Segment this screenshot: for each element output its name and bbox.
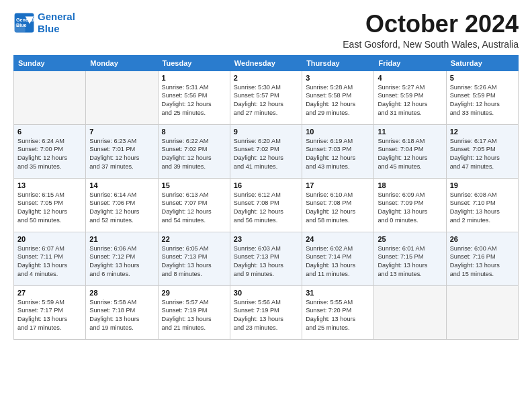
day-detail: Sunrise: 5:26 AM Sunset: 5:59 PM Dayligh… <box>450 83 515 118</box>
col-header-monday: Monday <box>86 55 158 71</box>
day-detail: Sunrise: 5:55 AM Sunset: 7:20 PM Dayligh… <box>306 298 370 333</box>
day-number: 11 <box>378 128 442 136</box>
calendar-cell: 3Sunrise: 5:28 AM Sunset: 5:58 PM Daylig… <box>302 71 374 124</box>
day-detail: Sunrise: 5:56 AM Sunset: 7:19 PM Dayligh… <box>234 298 298 333</box>
day-number: 4 <box>378 74 442 82</box>
calendar-cell: 18Sunrise: 6:09 AM Sunset: 7:09 PM Dayli… <box>374 178 446 232</box>
day-number: 6 <box>17 128 82 136</box>
day-detail: Sunrise: 6:19 AM Sunset: 7:03 PM Dayligh… <box>306 137 370 172</box>
col-header-tuesday: Tuesday <box>158 55 230 71</box>
calendar-cell: 22Sunrise: 6:05 AM Sunset: 7:13 PM Dayli… <box>158 232 230 285</box>
day-detail: Sunrise: 6:07 AM Sunset: 7:11 PM Dayligh… <box>17 244 82 279</box>
day-number: 29 <box>162 289 226 297</box>
calendar-cell <box>374 285 446 339</box>
calendar-cell: 12Sunrise: 6:17 AM Sunset: 7:05 PM Dayli… <box>446 124 518 178</box>
day-detail: Sunrise: 5:28 AM Sunset: 5:58 PM Dayligh… <box>306 83 370 118</box>
day-number: 10 <box>306 128 370 136</box>
day-number: 7 <box>89 128 154 136</box>
logo-icon: General Blue <box>13 12 35 34</box>
calendar-cell: 27Sunrise: 5:59 AM Sunset: 7:17 PM Dayli… <box>14 285 86 339</box>
day-number: 15 <box>162 181 226 189</box>
calendar-cell: 20Sunrise: 6:07 AM Sunset: 7:11 PM Dayli… <box>14 232 86 285</box>
svg-text:Blue: Blue <box>16 22 27 28</box>
calendar-cell: 25Sunrise: 6:01 AM Sunset: 7:15 PM Dayli… <box>374 232 446 285</box>
day-detail: Sunrise: 5:27 AM Sunset: 5:59 PM Dayligh… <box>378 83 442 118</box>
day-detail: Sunrise: 6:03 AM Sunset: 7:13 PM Dayligh… <box>234 244 298 279</box>
day-detail: Sunrise: 5:30 AM Sunset: 5:57 PM Dayligh… <box>234 83 298 118</box>
calendar-cell: 15Sunrise: 6:13 AM Sunset: 7:07 PM Dayli… <box>158 178 230 232</box>
day-number: 27 <box>17 289 82 297</box>
day-number: 20 <box>17 235 82 243</box>
day-number: 21 <box>89 235 154 243</box>
calendar-cell <box>14 71 86 124</box>
calendar-cell: 14Sunrise: 6:14 AM Sunset: 7:06 PM Dayli… <box>86 178 158 232</box>
day-detail: Sunrise: 6:15 AM Sunset: 7:05 PM Dayligh… <box>17 191 82 226</box>
calendar-cell: 6Sunrise: 6:24 AM Sunset: 7:00 PM Daylig… <box>14 124 86 178</box>
calendar-cell: 10Sunrise: 6:19 AM Sunset: 7:03 PM Dayli… <box>302 124 374 178</box>
calendar-cell: 21Sunrise: 6:06 AM Sunset: 7:12 PM Dayli… <box>86 232 158 285</box>
calendar-cell: 5Sunrise: 5:26 AM Sunset: 5:59 PM Daylig… <box>446 71 518 124</box>
calendar-cell: 17Sunrise: 6:10 AM Sunset: 7:08 PM Dayli… <box>302 178 374 232</box>
day-detail: Sunrise: 6:05 AM Sunset: 7:13 PM Dayligh… <box>162 244 226 279</box>
calendar-cell: 19Sunrise: 6:08 AM Sunset: 7:10 PM Dayli… <box>446 178 518 232</box>
calendar-week-5: 27Sunrise: 5:59 AM Sunset: 7:17 PM Dayli… <box>14 285 519 339</box>
day-number: 24 <box>306 235 370 243</box>
calendar-cell: 9Sunrise: 6:20 AM Sunset: 7:02 PM Daylig… <box>230 124 302 178</box>
day-detail: Sunrise: 5:58 AM Sunset: 7:18 PM Dayligh… <box>89 298 154 333</box>
day-number: 22 <box>162 235 226 243</box>
calendar-cell: 23Sunrise: 6:03 AM Sunset: 7:13 PM Dayli… <box>230 232 302 285</box>
month-title: October 2024 <box>343 11 519 38</box>
day-detail: Sunrise: 6:01 AM Sunset: 7:15 PM Dayligh… <box>378 244 442 279</box>
calendar-cell: 7Sunrise: 6:23 AM Sunset: 7:01 PM Daylig… <box>86 124 158 178</box>
day-number: 18 <box>378 181 442 189</box>
calendar-cell: 16Sunrise: 6:12 AM Sunset: 7:08 PM Dayli… <box>230 178 302 232</box>
calendar-table: SundayMondayTuesdayWednesdayThursdayFrid… <box>13 55 519 340</box>
calendar-cell: 24Sunrise: 6:02 AM Sunset: 7:14 PM Dayli… <box>302 232 374 285</box>
col-header-friday: Friday <box>374 55 446 71</box>
title-block: October 2024 East Gosford, New South Wal… <box>343 11 519 50</box>
location-subtitle: East Gosford, New South Wales, Australia <box>343 39 519 50</box>
day-number: 26 <box>450 235 515 243</box>
day-number: 13 <box>17 181 82 189</box>
calendar-cell: 11Sunrise: 6:18 AM Sunset: 7:04 PM Dayli… <box>374 124 446 178</box>
calendar-cell: 8Sunrise: 6:22 AM Sunset: 7:02 PM Daylig… <box>158 124 230 178</box>
calendar-cell: 30Sunrise: 5:56 AM Sunset: 7:19 PM Dayli… <box>230 285 302 339</box>
day-number: 2 <box>234 74 298 82</box>
col-header-thursday: Thursday <box>302 55 374 71</box>
day-detail: Sunrise: 6:12 AM Sunset: 7:08 PM Dayligh… <box>234 191 298 226</box>
calendar-week-2: 6Sunrise: 6:24 AM Sunset: 7:00 PM Daylig… <box>14 124 519 178</box>
day-detail: Sunrise: 6:24 AM Sunset: 7:00 PM Dayligh… <box>17 137 82 172</box>
day-detail: Sunrise: 6:06 AM Sunset: 7:12 PM Dayligh… <box>89 244 154 279</box>
day-detail: Sunrise: 6:14 AM Sunset: 7:06 PM Dayligh… <box>89 191 154 226</box>
calendar-header-row: SundayMondayTuesdayWednesdayThursdayFrid… <box>14 55 519 71</box>
calendar-cell: 4Sunrise: 5:27 AM Sunset: 5:59 PM Daylig… <box>374 71 446 124</box>
day-number: 17 <box>306 181 370 189</box>
day-detail: Sunrise: 5:59 AM Sunset: 7:17 PM Dayligh… <box>17 298 82 333</box>
day-detail: Sunrise: 6:18 AM Sunset: 7:04 PM Dayligh… <box>378 137 442 172</box>
day-number: 3 <box>306 74 370 82</box>
calendar-cell: 29Sunrise: 5:57 AM Sunset: 7:19 PM Dayli… <box>158 285 230 339</box>
calendar-cell: 28Sunrise: 5:58 AM Sunset: 7:18 PM Dayli… <box>86 285 158 339</box>
calendar-week-3: 13Sunrise: 6:15 AM Sunset: 7:05 PM Dayli… <box>14 178 519 232</box>
day-number: 31 <box>306 289 370 297</box>
calendar-cell: 13Sunrise: 6:15 AM Sunset: 7:05 PM Dayli… <box>14 178 86 232</box>
day-detail: Sunrise: 6:02 AM Sunset: 7:14 PM Dayligh… <box>306 244 370 279</box>
day-detail: Sunrise: 6:08 AM Sunset: 7:10 PM Dayligh… <box>450 191 515 226</box>
header: General Blue General Blue October 2024 E… <box>13 11 519 50</box>
day-number: 12 <box>450 128 515 136</box>
day-detail: Sunrise: 6:09 AM Sunset: 7:09 PM Dayligh… <box>378 191 442 226</box>
logo-text: General Blue <box>38 11 75 35</box>
day-detail: Sunrise: 6:22 AM Sunset: 7:02 PM Dayligh… <box>162 137 226 172</box>
day-detail: Sunrise: 6:10 AM Sunset: 7:08 PM Dayligh… <box>306 191 370 226</box>
day-number: 16 <box>234 181 298 189</box>
day-detail: Sunrise: 6:13 AM Sunset: 7:07 PM Dayligh… <box>162 191 226 226</box>
day-number: 30 <box>234 289 298 297</box>
day-number: 14 <box>89 181 154 189</box>
day-detail: Sunrise: 5:57 AM Sunset: 7:19 PM Dayligh… <box>162 298 226 333</box>
logo: General Blue General Blue <box>13 11 75 35</box>
day-detail: Sunrise: 6:17 AM Sunset: 7:05 PM Dayligh… <box>450 137 515 172</box>
day-detail: Sunrise: 6:20 AM Sunset: 7:02 PM Dayligh… <box>234 137 298 172</box>
calendar-cell <box>86 71 158 124</box>
day-number: 9 <box>234 128 298 136</box>
calendar-cell: 31Sunrise: 5:55 AM Sunset: 7:20 PM Dayli… <box>302 285 374 339</box>
